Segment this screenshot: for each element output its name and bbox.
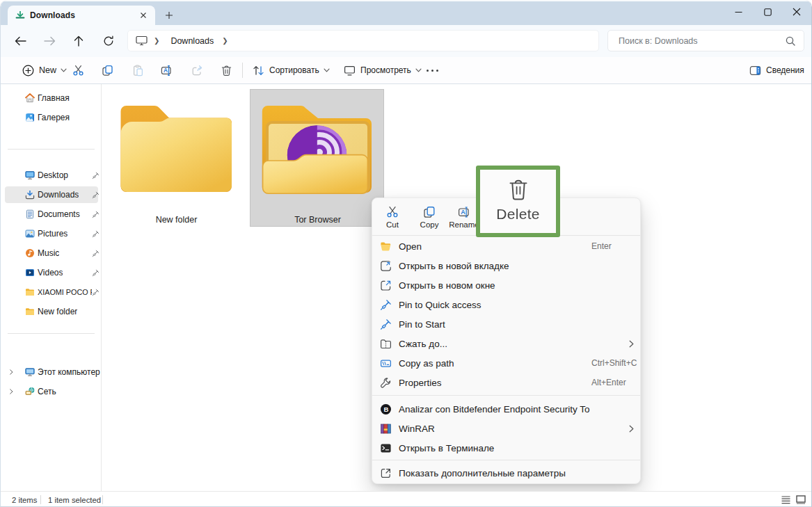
share-button[interactable] — [191, 57, 203, 83]
back-button[interactable] — [10, 31, 30, 51]
this-pc-icon — [136, 35, 148, 46]
details-pane-button[interactable]: Сведения — [749, 57, 804, 83]
menu-item-label: Открыть в Терминале — [399, 443, 494, 453]
menu-item-bitdefender[interactable]: B Analizar con Bitdefender Endpoint Secu… — [376, 399, 638, 419]
view-icon — [344, 65, 356, 77]
sidebar-item-xiaomi-folder[interactable]: XIAOMI POCO F — [5, 284, 98, 300]
forward-button[interactable] — [40, 31, 59, 51]
menu-item-winrar[interactable]: WinRAR — [376, 419, 638, 438]
refresh-button[interactable] — [99, 31, 118, 51]
menu-item-label: Analizar con Bitdefender Endpoint Securi… — [399, 404, 589, 415]
details-view-toggle[interactable] — [781, 495, 790, 504]
tab-close-button[interactable] — [137, 9, 150, 22]
up-arrow-icon — [74, 35, 83, 47]
menu-item-label: Copy as path — [399, 358, 454, 369]
sidebar-item-videos[interactable]: Videos — [5, 264, 98, 281]
home-icon — [25, 93, 35, 103]
winrar-icon — [380, 423, 392, 435]
menu-item-label: Открыть в новом окне — [399, 280, 495, 291]
pin-icon — [92, 269, 99, 277]
delete-button[interactable] — [221, 57, 232, 83]
menu-item-open-in-terminal[interactable]: Открыть в Терминале — [376, 438, 638, 458]
menu-item-pin-to-start[interactable]: Pin to Start — [376, 314, 638, 334]
maximize-button[interactable] — [753, 0, 782, 24]
cut-button[interactable] — [72, 57, 84, 83]
thumbnail-view-icon — [796, 495, 806, 504]
menu-item-open-new-tab[interactable]: Открыть в новой вкладке — [376, 256, 638, 275]
submenu-chevron-icon — [629, 425, 634, 433]
toolbar-divider — [242, 63, 243, 78]
sidebar-item-documents[interactable]: Documents — [5, 206, 98, 223]
menu-item-show-more-options[interactable]: Показать дополнительные параметры — [376, 463, 638, 483]
menu-item-label: Показать дополнительные параметры — [399, 468, 566, 478]
menu-item-pin-quick-access[interactable]: Pin to Quick access — [376, 295, 638, 314]
sidebar-item-home[interactable]: Главная — [5, 90, 98, 106]
sidebar-item-this-pc[interactable]: Этот компьютер — [5, 364, 98, 380]
sidebar-item-pictures[interactable]: Pictures — [5, 225, 98, 242]
address-bar[interactable]: ❯ Downloads ❯ — [127, 30, 599, 51]
paste-button[interactable] — [132, 57, 144, 83]
minimize-icon — [735, 8, 742, 16]
context-copy-button[interactable]: Copy — [411, 204, 447, 234]
pin-icon — [92, 191, 99, 199]
sidebar-item-network[interactable]: Сеть — [5, 383, 98, 400]
sidebar-item-music[interactable]: Music — [5, 245, 98, 261]
menu-item-open[interactable]: Open Enter — [376, 236, 638, 256]
new-tab-button[interactable] — [161, 7, 177, 24]
view-button[interactable]: Просмотреть — [344, 57, 422, 83]
open-new-tab-icon — [380, 260, 392, 272]
pin-icon — [92, 172, 99, 179]
maximize-icon — [764, 8, 772, 16]
forward-arrow-icon — [44, 36, 56, 46]
new-button[interactable]: New — [22, 57, 67, 83]
copy-button[interactable] — [102, 57, 113, 83]
wrench-icon — [380, 377, 392, 389]
sidebar-item-label: Music — [38, 248, 59, 258]
trash-icon — [221, 65, 232, 77]
sidebar-divider — [8, 149, 95, 150]
context-menu-divider — [372, 460, 640, 460]
menu-item-copy-as-path[interactable]: Copy as path Ctrl+Shift+C — [376, 353, 638, 373]
up-button[interactable] — [69, 31, 88, 51]
copy-as-path-icon — [380, 357, 392, 369]
close-button[interactable] — [782, 0, 811, 24]
close-icon — [793, 8, 801, 16]
new-button-label: New — [39, 65, 56, 75]
show-more-options-icon — [380, 467, 392, 479]
pin-icon — [380, 319, 392, 330]
menu-item-open-new-window[interactable]: Открыть в новом окне — [376, 275, 638, 295]
cut-icon — [72, 65, 84, 77]
menu-item-properties[interactable]: Properties Alt+Enter — [376, 373, 638, 392]
sidebar-item-downloads[interactable]: Downloads — [5, 186, 98, 203]
context-rename-label: Rename — [449, 220, 479, 229]
paste-icon — [132, 65, 144, 77]
context-cut-button[interactable]: Cut — [374, 204, 411, 234]
tab-downloads[interactable]: Downloads — [8, 6, 155, 25]
search-box[interactable]: Поиск в: Downloads — [607, 30, 804, 51]
chevron-down-icon — [415, 68, 422, 72]
thumbnail-view-toggle[interactable] — [796, 495, 805, 504]
sidebar-item-gallery[interactable]: Галерея — [5, 109, 98, 126]
refresh-icon — [103, 35, 114, 47]
delete-highlight-annotation[interactable]: Delete — [476, 166, 560, 237]
annotation-label: Delete — [496, 206, 540, 223]
svg-text:A: A — [461, 209, 465, 216]
sidebar-item-new-folder[interactable]: New folder — [5, 303, 98, 320]
rename-button[interactable]: A — [161, 57, 173, 83]
file-item-tor-browser[interactable]: Tor Browser — [250, 89, 384, 227]
menu-item-compress-to[interactable]: Сжать до... — [376, 334, 638, 353]
more-options-button[interactable] — [426, 57, 439, 83]
menu-item-label: Properties — [399, 378, 442, 388]
open-folder-icon — [380, 241, 392, 252]
minimize-button[interactable] — [724, 0, 753, 24]
gallery-icon — [25, 113, 35, 122]
file-item-label: Tor Browser — [250, 215, 385, 225]
selection-count: 1 item selected — [48, 496, 101, 504]
breadcrumb-chevron-icon: ❯ — [222, 37, 228, 45]
sort-button[interactable]: Сортировать — [253, 57, 330, 83]
tab-title: Downloads — [30, 10, 75, 20]
status-bar: 2 items 1 item selected — [1, 491, 811, 507]
sidebar-item-desktop[interactable]: Desktop — [5, 167, 98, 184]
trash-icon — [509, 179, 527, 200]
breadcrumb-item-downloads[interactable]: Downloads — [170, 36, 214, 46]
